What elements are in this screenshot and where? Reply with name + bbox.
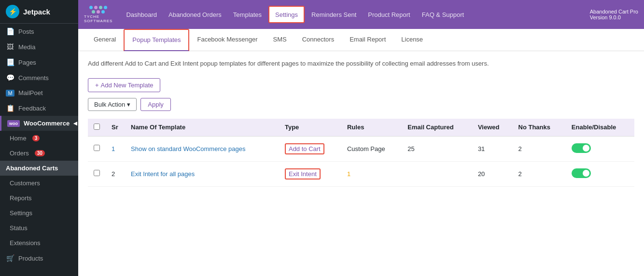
row1-checkbox[interactable]	[94, 145, 100, 151]
add-template-label: Add New Template	[101, 82, 154, 89]
home-badge: 3	[32, 135, 40, 141]
row1-viewed: 31	[472, 136, 513, 161]
apply-button[interactable]: Apply	[140, 98, 171, 111]
row1-checkbox-cell	[88, 136, 106, 161]
woo-icon: woo	[7, 120, 20, 127]
row2-type: Exit Intent	[279, 161, 341, 186]
row2-no-thanks: 2	[513, 161, 566, 186]
sidebar-item-label: Pages	[18, 59, 36, 66]
row2-toggle[interactable]	[572, 168, 591, 178]
sidebar-item-mailpoet[interactable]: M MailPoet	[0, 85, 78, 100]
row2-toggle-cell	[566, 161, 634, 186]
tab-facebook-messenger[interactable]: Facebook Messenger	[189, 29, 265, 51]
nav-dashboard[interactable]: Dashboard	[120, 0, 163, 29]
row2-rules-link[interactable]: 1	[347, 170, 350, 178]
tab-sms[interactable]: SMS	[265, 29, 294, 51]
sidebar-item-label: MailPoet	[18, 89, 43, 97]
woocommerce-submenu: Home 3 Orders 30 Abandoned Carts Custome…	[0, 131, 78, 250]
mailpoet-icon: M	[6, 90, 14, 97]
sidebar-item-customers[interactable]: Customers	[0, 176, 78, 191]
sidebar-item-products[interactable]: 🛒 Products	[0, 250, 78, 266]
header-viewed: Viewed	[472, 119, 513, 137]
row2-sr: 2	[106, 161, 125, 186]
sidebar-item-orders[interactable]: Orders 30	[0, 146, 78, 161]
row2-email-captured	[402, 161, 472, 186]
sidebar-item-settings[interactable]: Settings	[0, 206, 78, 221]
tab-facebook-messenger-label: Facebook Messenger	[197, 36, 257, 43]
row1-sr: 1	[106, 136, 125, 161]
sidebar-item-reports[interactable]: Reports	[0, 191, 78, 206]
row1-email-captured: 25	[402, 136, 472, 161]
customers-label: Customers	[10, 179, 40, 187]
pages-icon: 📃	[6, 58, 14, 66]
header-checkbox-cell	[88, 119, 106, 137]
row1-type-badge: Add to Cart	[285, 143, 324, 154]
select-all-checkbox[interactable]	[94, 124, 100, 130]
tab-popup-templates[interactable]: Popup Templates	[124, 29, 189, 51]
sidebar-item-comments[interactable]: 💬 Comments	[0, 70, 78, 85]
nav-reminders-sent[interactable]: Reminders Sent	[306, 0, 362, 29]
sidebar-item-label: Media	[18, 43, 35, 51]
tab-connectors[interactable]: Connectors	[294, 29, 342, 51]
media-icon: 🖼	[6, 43, 14, 51]
row2-checkbox[interactable]	[94, 170, 100, 176]
sidebar-item-extensions[interactable]: Extensions	[0, 235, 78, 250]
main-area: TYCHESOFTWARES Dashboard Abandoned Order…	[78, 0, 644, 276]
version-line1: Abandoned Cart Pro	[590, 9, 638, 14]
header-name: Name Of Template	[125, 119, 279, 137]
tab-email-report[interactable]: Email Report	[342, 29, 393, 51]
nav-product-report[interactable]: Product Report	[362, 0, 416, 29]
logo-dots	[89, 6, 107, 9]
header-rules: Rules	[341, 119, 402, 137]
dot-blue	[89, 6, 93, 9]
dot-purple	[94, 6, 98, 9]
row2-checkbox-cell	[88, 161, 106, 186]
row1-toggle-cell	[566, 136, 634, 161]
sub-navigation: General Popup Templates Facebook Messeng…	[78, 29, 644, 51]
sidebar-item-label: Feedback	[18, 105, 46, 112]
nav-settings[interactable]: Settings	[268, 6, 305, 23]
sidebar-item-abandoned-carts[interactable]: Abandoned Carts	[0, 161, 78, 176]
add-new-template-button[interactable]: + Add New Template	[88, 78, 160, 92]
tab-license-label: License	[401, 36, 423, 43]
tab-license[interactable]: License	[393, 29, 431, 51]
nav-faq-support[interactable]: FAQ & Support	[416, 0, 470, 29]
row1-sr-link[interactable]: 1	[112, 145, 115, 152]
bulk-action-label: Bulk Action	[94, 101, 125, 108]
tab-sms-label: SMS	[273, 36, 286, 43]
action-row: Bulk Action ▾ Apply	[88, 98, 634, 111]
extensions-label: Extensions	[10, 239, 41, 247]
sidebar-item-woocommerce[interactable]: woo WooCommerce ◀	[0, 116, 78, 131]
nav-abandoned-orders[interactable]: Abandoned Orders	[163, 0, 227, 29]
row1-toggle[interactable]	[572, 143, 591, 153]
version-line2: Version 9.0.0	[590, 14, 621, 20]
row1-name-link[interactable]: Show on standard WooCommerce pages	[131, 145, 246, 152]
nav-templates[interactable]: Templates	[227, 0, 267, 29]
jetpack-icon: ⚡	[6, 5, 19, 18]
row2-name-link[interactable]: Exit Intent for all pages	[131, 170, 195, 178]
nav-templates-label: Templates	[233, 11, 262, 18]
sidebar-item-media[interactable]: 🖼 Media	[0, 39, 78, 55]
sidebar-item-posts[interactable]: 📄 Posts	[0, 24, 78, 39]
chevron-icon: ◀	[73, 121, 77, 126]
row2-name: Exit Intent for all pages	[125, 161, 279, 186]
sidebar-logo[interactable]: ⚡ Jetpack	[0, 0, 78, 24]
products-label: Products	[18, 255, 43, 262]
reports-label: Reports	[10, 194, 32, 202]
row1-rules: Custom Page	[341, 136, 402, 161]
header-email-captured: Email Captured	[402, 119, 472, 137]
nav-dashboard-label: Dashboard	[126, 11, 157, 18]
header-enable-disable: Enable/Disable	[566, 119, 634, 137]
sidebar-item-pages[interactable]: 📃 Pages	[0, 55, 78, 70]
bulk-action-button[interactable]: Bulk Action ▾	[88, 98, 137, 111]
settings-label: Settings	[10, 209, 32, 217]
tab-general[interactable]: General	[86, 29, 124, 51]
sidebar-item-feedback[interactable]: 📋 Feedback	[0, 100, 78, 116]
orders-label: Orders	[10, 150, 29, 157]
tab-general-label: General	[94, 36, 116, 43]
sidebar-item-status[interactable]: Status	[0, 221, 78, 235]
sidebar: ⚡ Jetpack 📄 Posts 🖼 Media 📃 Pages 💬 Comm…	[0, 0, 78, 276]
dot-blue3	[101, 10, 105, 14]
sidebar-item-home[interactable]: Home 3	[0, 131, 78, 146]
row2-rules: 1	[341, 161, 402, 186]
